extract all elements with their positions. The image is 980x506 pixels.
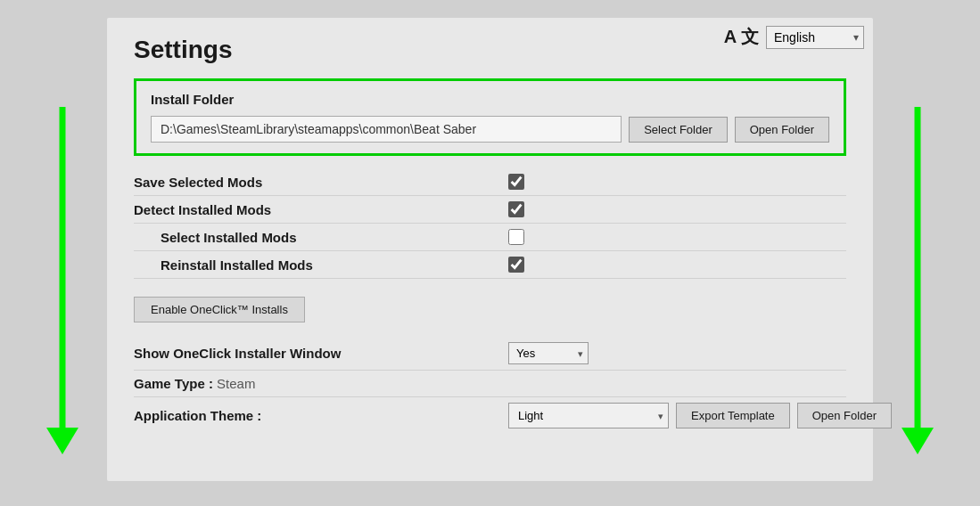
- reinstall-installed-mods-checkbox-cell: [508, 257, 524, 273]
- svg-marker-1: [46, 428, 78, 454]
- detect-installed-mods-checkbox-cell: [508, 201, 524, 217]
- language-select-wrapper: English: [766, 26, 864, 49]
- save-selected-mods-row: Save Selected Mods: [134, 168, 846, 196]
- select-installed-mods-row: Select Installed Mods: [134, 224, 846, 251]
- svg-marker-3: [902, 428, 934, 454]
- theme-select[interactable]: Light Dark: [508, 403, 669, 428]
- show-oneclick-select[interactable]: Yes No: [508, 342, 589, 364]
- install-folder-section: Install Folder Select Folder Open Folder: [134, 78, 846, 156]
- game-type-value: Steam: [217, 376, 255, 391]
- main-container: Settings Install Folder Select Folder Op…: [107, 18, 873, 481]
- theme-select-wrapper: Light Dark: [508, 403, 669, 428]
- select-folder-button[interactable]: Select Folder: [629, 117, 728, 143]
- theme-controls: Light Dark Export Template Open Folder: [508, 403, 892, 428]
- reinstall-installed-mods-label: Reinstall Installed Mods: [134, 257, 508, 273]
- detect-installed-mods-label: Detect Installed Mods: [134, 202, 508, 217]
- select-installed-mods-checkbox[interactable]: [508, 229, 524, 245]
- export-template-button[interactable]: Export Template: [676, 403, 790, 428]
- show-oneclick-select-wrapper: Yes No: [508, 342, 589, 364]
- language-icon: A 文: [724, 25, 759, 49]
- select-installed-mods-label: Select Installed Mods: [134, 230, 508, 245]
- right-arrow-indicator: [902, 107, 934, 454]
- left-arrow-indicator: [46, 107, 78, 454]
- reinstall-installed-mods-checkbox[interactable]: [508, 257, 524, 273]
- select-installed-mods-checkbox-cell: [508, 229, 524, 245]
- install-folder-label: Install Folder: [151, 92, 829, 107]
- save-selected-mods-checkbox-cell: [508, 174, 524, 190]
- app-theme-label: Application Theme :: [134, 408, 508, 423]
- oneclick-button-row: Enable OneClick™ Installs: [134, 279, 846, 337]
- enable-oneclick-button[interactable]: Enable OneClick™ Installs: [134, 297, 305, 322]
- show-oneclick-label: Show OneClick Installer Window: [134, 346, 508, 361]
- detect-installed-mods-row: Detect Installed Mods: [134, 196, 846, 224]
- game-type-row: Game Type : Steam: [134, 371, 846, 397]
- open-folder-button-bottom[interactable]: Open Folder: [797, 403, 892, 428]
- save-selected-mods-checkbox[interactable]: [508, 174, 524, 190]
- detect-installed-mods-checkbox[interactable]: [508, 201, 524, 217]
- folder-path-input[interactable]: [151, 116, 622, 143]
- language-selector-area: A 文 English: [724, 25, 864, 49]
- game-type-label-text: Game Type :: [134, 376, 213, 391]
- open-folder-button-top[interactable]: Open Folder: [735, 117, 829, 143]
- save-selected-mods-label: Save Selected Mods: [134, 175, 508, 190]
- language-select[interactable]: English: [766, 26, 864, 49]
- game-type-label: Game Type : Steam: [134, 376, 508, 391]
- reinstall-installed-mods-row: Reinstall Installed Mods: [134, 251, 846, 279]
- show-oneclick-row: Show OneClick Installer Window Yes No: [134, 337, 846, 371]
- app-theme-row: Application Theme : Light Dark Export Te…: [134, 397, 846, 434]
- folder-input-row: Select Folder Open Folder: [151, 116, 829, 143]
